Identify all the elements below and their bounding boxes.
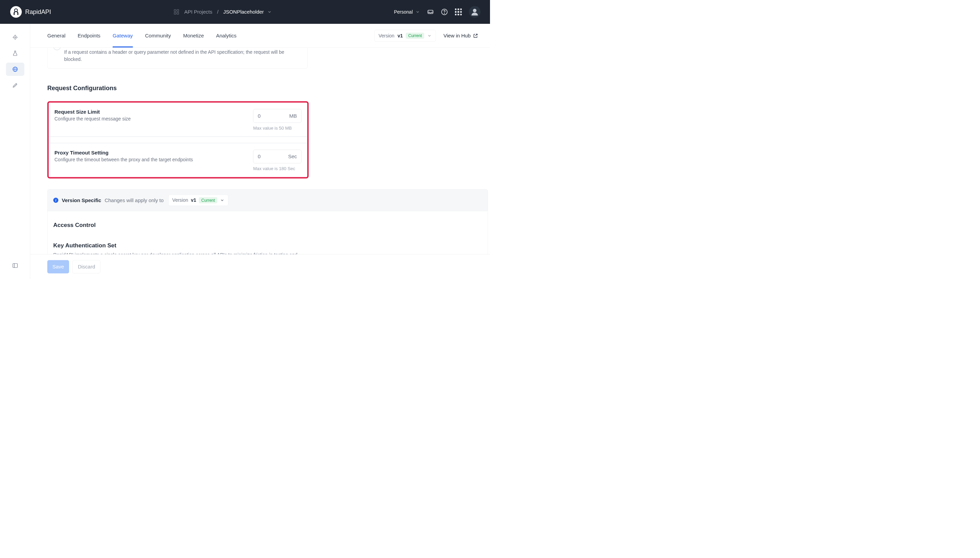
- rail-item-target[interactable]: [6, 31, 24, 44]
- discard-button[interactable]: Discard: [72, 260, 100, 273]
- rail-item-flask[interactable]: [6, 47, 24, 60]
- logo-text: RapidAPI: [25, 8, 51, 16]
- proxy-timeout-title: Proxy Timeout Setting: [54, 150, 193, 156]
- main: General Endpoints Gateway Community Mone…: [30, 24, 490, 279]
- request-size-limit-hint: Max value is 50 MB: [253, 126, 292, 131]
- block-option-title: Block: [64, 48, 292, 48]
- view-in-hub-link[interactable]: View in Hub: [443, 33, 478, 38]
- config-divider: [49, 136, 307, 143]
- apps-icon[interactable]: [455, 8, 462, 15]
- proxy-timeout-hint: Max value is 180 Sec: [253, 166, 295, 171]
- tab-community[interactable]: Community: [145, 24, 171, 48]
- footer-bar: Save Discard: [30, 254, 490, 279]
- flask-icon: [12, 50, 18, 56]
- breadcrumb-separator: /: [217, 9, 218, 15]
- svg-rect-1: [177, 10, 179, 11]
- proxy-timeout-row: Proxy Timeout Setting Configure the time…: [49, 143, 307, 177]
- proxy-timeout-input-wrap: Sec: [253, 150, 302, 163]
- save-button[interactable]: Save: [47, 260, 69, 273]
- info-icon: i: [53, 198, 59, 203]
- chevron-down-icon: [220, 198, 225, 202]
- rail-item-collapse[interactable]: [6, 259, 24, 272]
- sub-header: General Endpoints Gateway Community Mone…: [30, 24, 490, 48]
- request-size-limit-unit: MB: [289, 113, 297, 119]
- chevron-down-icon: [427, 33, 432, 38]
- chevron-down-icon: [415, 10, 420, 14]
- globe-icon: [12, 66, 18, 72]
- proxy-timeout-desc: Configure the timeout between the proxy …: [54, 157, 193, 162]
- proxy-timeout-unit: Sec: [288, 154, 297, 159]
- access-control-title: Access Control: [53, 222, 482, 229]
- tab-endpoints[interactable]: Endpoints: [77, 24, 100, 48]
- sub-header-right: Version v1 Current View in Hub: [374, 30, 478, 41]
- chevron-down-icon: [267, 10, 272, 14]
- content-scroll: Block If a request contains a header or …: [30, 48, 490, 254]
- top-header: RapidAPI API Projects / JSONPlaceholder …: [0, 0, 490, 24]
- request-configurations-highlight: Request Size Limit Configure the request…: [47, 102, 309, 179]
- external-link-icon: [473, 33, 478, 38]
- target-icon: [12, 34, 18, 41]
- request-size-limit-input-wrap: MB: [253, 109, 302, 123]
- request-configurations-title: Request Configurations: [47, 85, 473, 92]
- tab-analytics[interactable]: Analytics: [216, 24, 236, 48]
- key-auth-description: RapidAPI implements a single secret key …: [53, 252, 304, 254]
- request-size-limit-input[interactable]: [258, 113, 275, 119]
- key-auth-title: Key Authentication Set: [53, 242, 482, 249]
- tab-monetize[interactable]: Monetize: [183, 24, 204, 48]
- tab-gateway[interactable]: Gateway: [113, 24, 133, 48]
- rail-item-pencil[interactable]: [6, 79, 24, 92]
- logo-icon: [10, 6, 22, 18]
- request-size-limit-desc: Configure the request message size: [54, 117, 131, 122]
- svg-rect-0: [174, 10, 176, 11]
- grid-icon: [173, 9, 179, 15]
- avatar[interactable]: [469, 6, 481, 18]
- side-rail: [0, 24, 30, 279]
- version-specific-selector[interactable]: Version v1 Current: [168, 195, 228, 206]
- breadcrumb-current[interactable]: JSONPlaceholder: [223, 9, 272, 15]
- breadcrumb: API Projects / JSONPlaceholder: [173, 9, 272, 15]
- current-badge: Current: [406, 33, 424, 39]
- proxy-timeout-input[interactable]: [258, 154, 275, 159]
- block-radio[interactable]: [53, 48, 61, 50]
- version-selector[interactable]: Version v1 Current: [374, 30, 436, 41]
- block-option-description: If a request contains a header or query …: [64, 49, 292, 63]
- tab-general[interactable]: General: [47, 24, 65, 48]
- breadcrumb-projects[interactable]: API Projects: [184, 9, 212, 15]
- inbox-icon[interactable]: [427, 8, 434, 15]
- version-specific-banner: i Version Specific Changes will apply on…: [47, 190, 488, 211]
- current-badge: Current: [199, 197, 217, 204]
- svg-rect-17: [13, 264, 18, 268]
- schema-validation-card: Block If a request contains a header or …: [47, 48, 308, 69]
- header-right: Personal: [394, 6, 481, 18]
- pencil-icon: [12, 82, 18, 89]
- svg-rect-3: [177, 13, 179, 14]
- workspace-selector[interactable]: Personal: [394, 9, 420, 15]
- logo-group[interactable]: RapidAPI: [10, 6, 51, 18]
- access-control-section: Access Control Key Authentication Set Ra…: [47, 211, 488, 254]
- svg-point-7: [473, 9, 476, 12]
- tabs: General Endpoints Gateway Community Mone…: [47, 24, 236, 48]
- version-specific-text: Changes will apply only to: [105, 197, 163, 203]
- request-size-limit-title: Request Size Limit: [54, 109, 131, 115]
- svg-rect-2: [174, 13, 176, 14]
- request-size-limit-row: Request Size Limit Configure the request…: [49, 103, 307, 137]
- rail-item-globe[interactable]: [6, 62, 24, 76]
- help-icon[interactable]: [441, 8, 448, 15]
- svg-point-9: [15, 37, 15, 38]
- version-specific-label: Version Specific: [62, 197, 102, 203]
- sidebar-collapse-icon: [12, 263, 18, 269]
